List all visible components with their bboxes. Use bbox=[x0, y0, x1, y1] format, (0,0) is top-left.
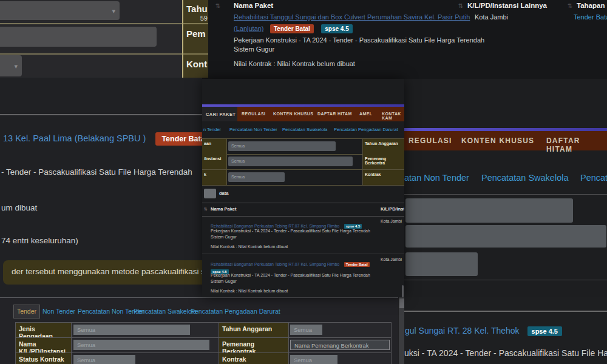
tab-tender-active[interactable]: Tender bbox=[13, 305, 40, 318]
label-cell: /Instansi bbox=[202, 154, 227, 169]
tab-non-tender[interactable]: Non Tender bbox=[42, 308, 75, 315]
contract-note: Nilai Kontrak : Nilai Kontrak belum dibu… bbox=[234, 60, 355, 67]
package-method-text: - Tender - Pascakualifikasi Satu File Ha… bbox=[1, 167, 192, 177]
subtab-pencatatan-non-tender[interactable]: Pencatatan Non Tender bbox=[229, 127, 277, 132]
divider bbox=[202, 216, 404, 217]
package-link[interactable]: (Lanjutan) bbox=[234, 25, 264, 32]
package-title-row: 13 Kel. Paal Lima (Belakang SPBU ) Tende… bbox=[3, 132, 202, 146]
package-description-line1: Pekerjaan Konstruksi - TA 2024 - Tender … bbox=[211, 229, 370, 233]
entries-count-fragment: 74 entri keseluruhan) bbox=[1, 236, 78, 245]
nav-item-kontak-kami[interactable]: KONTAK KAM bbox=[382, 112, 404, 120]
filter-input-1[interactable] bbox=[405, 198, 573, 223]
filter-input-2[interactable] bbox=[405, 225, 606, 248]
tooltip-text: der tersebut menggunakan metode pascakua… bbox=[12, 267, 202, 276]
agency-cell: Kota Jambi bbox=[381, 219, 402, 223]
filter-input[interactable]: Semua bbox=[228, 141, 336, 151]
label-pemenang-berkontrak: Pemenang Berkontra bbox=[363, 154, 404, 165]
package-method-text: uksi - TA 2024 - Tender - Pascakualifika… bbox=[404, 348, 607, 358]
subtab-pencatatan-non-tender[interactable]: atan Non Tender bbox=[404, 173, 469, 183]
filter-label-column: Tahu 59 Pem Kont bbox=[182, 0, 208, 78]
subtab-pencatatan-pengadaan-darurat[interactable]: Pencatatan Pengadaan Darurat bbox=[334, 127, 398, 132]
main-navbar: CARI PAKET REGULASI KONTEN KHUSUS DAFTAR… bbox=[202, 107, 404, 121]
kontrak-select[interactable]: Semua bbox=[290, 355, 337, 364]
filter-select-2[interactable] bbox=[0, 27, 157, 47]
label-tahun: Tahu bbox=[183, 4, 208, 14]
chevron-down-icon: ▾ bbox=[112, 7, 115, 15]
contract-note: Nilai Kontrak : Nilai Kontrak belum dibu… bbox=[211, 244, 288, 249]
nav-item-konten-khusus[interactable]: KONTEN KHUSUS bbox=[461, 136, 534, 145]
tab-pencatatan-pengadaan-darurat[interactable]: Pencatatan Pengadaan Darurat bbox=[191, 308, 280, 315]
filter-select-1[interactable]: ▾ bbox=[0, 1, 120, 20]
divider bbox=[404, 280, 607, 280]
package-link[interactable]: Rehabilitasi Bangunan Perkuatan Tebing R… bbox=[211, 262, 339, 266]
table-row-title: Rehabilitasi Bangunan Perkuatan Tebing R… bbox=[211, 257, 370, 268]
tahun-anggaran-select[interactable]: Semua bbox=[290, 325, 322, 335]
nav-item-daftar-hitam[interactable]: DAFTAR HITAM bbox=[317, 112, 352, 116]
package-link[interactable]: gul Sungai RT. 28 Kel. Thehok bbox=[405, 326, 520, 335]
label-cell: aan bbox=[202, 139, 227, 154]
column-header-agency[interactable]: K/L/PD/Inst bbox=[381, 206, 404, 212]
section-divider bbox=[404, 311, 607, 312]
jenis-pengadaan-select[interactable]: Semua bbox=[73, 325, 190, 335]
scrollbar-thumb[interactable] bbox=[402, 285, 404, 297]
label-jenis-pengadaan-cut: aan bbox=[202, 139, 226, 146]
package-link-line2: (Lanjutan) Tender Batal spse 4.5 bbox=[234, 22, 353, 33]
nav-item-cari-paket-active[interactable]: CARI PAKET bbox=[206, 112, 236, 117]
scrollbar-thumb[interactable] bbox=[399, 298, 404, 308]
label-status-kontrak-cut: k bbox=[202, 170, 226, 177]
label-pemenang-berkontrak: Pemenang Berkontrak bbox=[219, 337, 289, 353]
nav-item-daftar-hitam[interactable]: DAFTAR HITAM bbox=[546, 136, 607, 153]
status-kontrak-select[interactable]: Semua bbox=[73, 355, 135, 364]
package-description-line2: Sistem Gugur bbox=[211, 235, 237, 239]
label-cell: Tahun Anggaran bbox=[362, 139, 404, 154]
label-cell: Pemenang Berkontra bbox=[362, 154, 404, 169]
phase-link[interactable]: Tender Batal bbox=[574, 13, 607, 21]
nav-item-regulasi[interactable]: REGULASI bbox=[242, 112, 265, 116]
sort-icon[interactable]: ⇅ bbox=[204, 207, 208, 212]
right-zoomed-page: REGULASI KONTEN KHUSUS DAFTAR HITAM atan… bbox=[404, 79, 607, 297]
nav-item-regulasi[interactable]: REGULASI bbox=[409, 136, 452, 145]
section-divider bbox=[0, 114, 202, 115]
spse-version-badge: spse 4.5 bbox=[527, 326, 562, 336]
bottom-right-zoomed-page: gul Sungai RT. 28 Kel. Thehok spse 4.5 u… bbox=[404, 297, 607, 364]
column-header-nama-paket[interactable]: Nama Paket bbox=[211, 206, 237, 212]
form-row: k Semua Kontrak bbox=[202, 170, 404, 186]
page-length-label: data bbox=[219, 190, 228, 196]
agency-cell: Kota Jambi bbox=[475, 13, 508, 21]
divider bbox=[202, 203, 404, 203]
tab-pencatatan-swakelola[interactable]: Pencatatan Swakelola bbox=[134, 308, 197, 315]
pemenang-berkontrak-input[interactable]: Nama Pemenang Berkontrak bbox=[290, 340, 390, 350]
agency-cell: Kota Jambi bbox=[381, 257, 402, 261]
label-status-kontrak: Status Kontrak bbox=[15, 352, 72, 364]
spse-version-badge: spse 4.5 bbox=[344, 224, 362, 229]
subtab-pencatatan[interactable]: Pencat bbox=[580, 173, 607, 183]
filter-input[interactable]: Semua bbox=[228, 172, 285, 182]
package-link[interactable]: 13 Kel. Paal Lima (Belakang SPBU ) bbox=[3, 133, 146, 143]
page-length-select[interactable] bbox=[204, 189, 216, 198]
subtab-non-tender[interactable]: n Tender bbox=[203, 127, 221, 132]
mini-lpse-window: CARI PAKET REGULASI KONTEN KHUSUS DAFTAR… bbox=[202, 79, 404, 297]
row-divider bbox=[0, 23, 208, 24]
nav-item-konten-khusus[interactable]: KONTEN KHUSUS bbox=[273, 112, 313, 116]
table-row: Rehabilitasi Tanggul Sungai dan Box Culv… bbox=[208, 0, 607, 79]
label-cell: Kontrak bbox=[362, 170, 404, 185]
main-navbar: REGULASI KONTEN KHUSUS DAFTAR HITAM bbox=[404, 131, 607, 150]
nama-instansi-select[interactable]: Semua bbox=[73, 340, 209, 350]
nav-item-amel[interactable]: AMEL bbox=[359, 112, 372, 116]
label-tahun-anggaran: Tahun Anggaran bbox=[219, 322, 289, 338]
row-divider bbox=[202, 254, 404, 254]
label-tahun-anggaran: Tahun Anggaran bbox=[363, 139, 404, 146]
contract-note: Nilai Kontrak : Nilai Kontrak belum dibu… bbox=[211, 289, 288, 293]
package-link-line1[interactable]: Rehabilitasi Tanggul Sungai dan Box Culv… bbox=[234, 13, 470, 21]
subtab-pencatatan-swakelola[interactable]: Pencatatan Swakelola bbox=[282, 127, 327, 132]
tender-results-table: ⇅ Nama Paket ⇅ K/L/PD/Instansi Lainnya ⇅… bbox=[208, 0, 607, 79]
package-link[interactable]: Rehabilitasi Bangunan Perkuatan Tebing R… bbox=[211, 224, 339, 228]
label-kontrak: Kontrak bbox=[363, 170, 404, 177]
filter-input[interactable]: Semua bbox=[228, 157, 353, 166]
package-title-row: gul Sungai RT. 28 Kel. Thehok spse 4.5 bbox=[405, 326, 562, 336]
filter-select-3[interactable]: ▾ bbox=[0, 55, 22, 76]
subtab-pencatatan-swakelola[interactable]: Pencatatan Swakelola bbox=[481, 173, 569, 183]
tender-batal-badge: Tender Batal bbox=[270, 24, 314, 33]
label-jenis-pengadaan: Jenis Pengadaan bbox=[15, 322, 72, 338]
filter-input-3[interactable] bbox=[405, 252, 478, 276]
